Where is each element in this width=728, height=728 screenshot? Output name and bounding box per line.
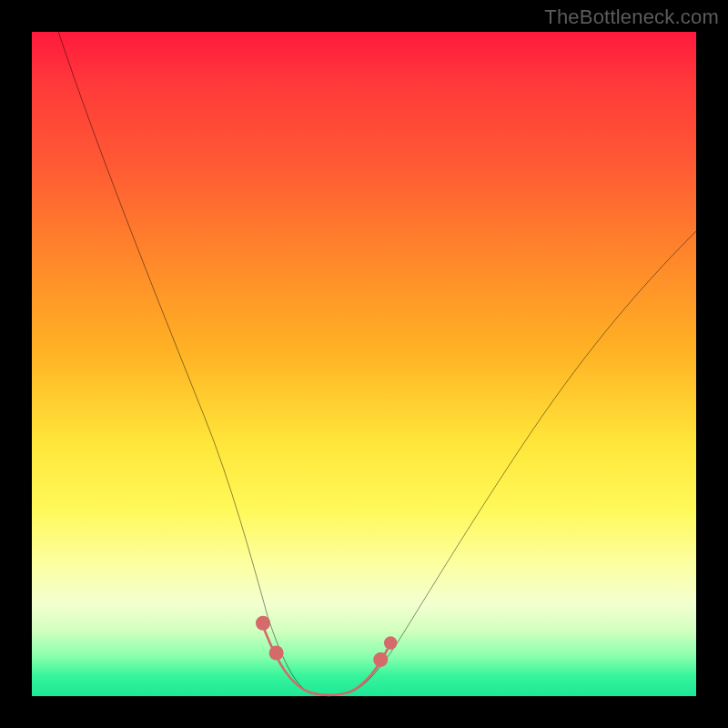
curve-svg bbox=[32, 32, 696, 696]
watermark-text: TheBottleneck.com bbox=[544, 5, 719, 29]
plot-area bbox=[32, 32, 696, 696]
trough-marker bbox=[384, 636, 398, 650]
trough-marker bbox=[373, 652, 388, 667]
trough-marker bbox=[256, 616, 270, 631]
chart-frame: TheBottleneck.com bbox=[0, 0, 728, 728]
trough-highlight bbox=[265, 630, 388, 695]
trough-marker bbox=[269, 646, 284, 661]
bottleneck-curve bbox=[58, 32, 696, 695]
